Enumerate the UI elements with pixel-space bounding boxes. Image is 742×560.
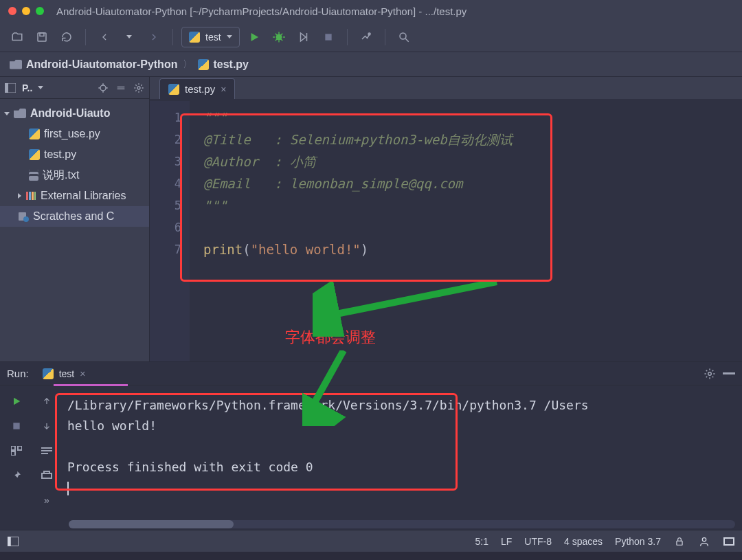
- tree-file[interactable]: first_use.py: [0, 124, 149, 144]
- svg-point-9: [137, 87, 140, 89]
- lock-icon[interactable]: [673, 535, 686, 548]
- python-icon: [198, 59, 209, 70]
- editor-tab[interactable]: test.py ×: [159, 78, 235, 99]
- svg-rect-10: [26, 192, 28, 200]
- svg-point-15: [23, 216, 29, 222]
- scroll-up-icon[interactable]: [39, 394, 54, 409]
- breadcrumb-file[interactable]: test.py: [198, 58, 249, 71]
- settings-button[interactable]: [356, 27, 376, 47]
- soft-wrap-icon[interactable]: [39, 443, 54, 458]
- toolbar-separator: [347, 29, 348, 45]
- status-indent[interactable]: 4 spaces: [564, 536, 603, 547]
- stop-button[interactable]: [9, 418, 24, 434]
- search-everywhere-button[interactable]: [394, 27, 414, 47]
- nav-back-button[interactable]: [94, 27, 115, 47]
- code-token: 小简: [290, 154, 316, 169]
- project-tree: Android-Uiauto first_use.py test.py 说明.t…: [0, 99, 149, 231]
- gear-icon[interactable]: [704, 368, 716, 380]
- inspector-icon[interactable]: [698, 535, 710, 548]
- svg-rect-12: [32, 192, 34, 200]
- rerun-button[interactable]: [9, 394, 24, 409]
- coverage-button[interactable]: [293, 27, 314, 47]
- window-controls: [8, 7, 44, 15]
- status-interpreter[interactable]: Python 3.7: [615, 536, 661, 547]
- console-line: /Library/Frameworks/Python.framework/Ver…: [67, 395, 735, 416]
- collapse-icon[interactable]: [115, 82, 127, 94]
- breadcrumb-file-label: test.py: [213, 58, 249, 71]
- line-number: 4: [150, 172, 190, 194]
- tree-scratches-label: Scratches and C: [33, 210, 114, 223]
- scrollbar-thumb[interactable]: [69, 520, 234, 528]
- close-window-icon[interactable]: [8, 7, 16, 15]
- stop-button[interactable]: [318, 27, 339, 47]
- code-area[interactable]: """ @Title : Selenium+python3-web自动化测试 @…: [190, 101, 742, 361]
- library-icon: [25, 190, 36, 201]
- line-number: 3: [150, 150, 190, 172]
- memory-icon[interactable]: [723, 535, 735, 548]
- status-encoding[interactable]: UTF-8: [524, 536, 552, 547]
- chevron-down-icon[interactable]: [38, 86, 43, 89]
- status-caret-pos[interactable]: 5:1: [475, 536, 488, 547]
- gear-icon[interactable]: [133, 82, 145, 94]
- tree-file[interactable]: 说明.txt: [0, 165, 149, 186]
- tree-external-label: External Libraries: [41, 190, 126, 202]
- window-title: Android-Uiautomator-Python [~/PycharmPro…: [56, 5, 466, 17]
- svg-rect-1: [40, 33, 44, 36]
- tool-windows-icon[interactable]: [7, 535, 19, 548]
- folder-icon: [14, 109, 26, 118]
- status-line-sep[interactable]: LF: [501, 536, 512, 547]
- locate-icon[interactable]: [97, 82, 109, 94]
- svg-rect-26: [677, 541, 682, 545]
- code-token: """: [203, 198, 227, 213]
- tree-scratches[interactable]: Scratches and C: [0, 206, 149, 227]
- open-button[interactable]: [7, 27, 27, 47]
- more-icon[interactable]: »: [39, 493, 54, 508]
- tree-external-libraries[interactable]: External Libraries: [0, 186, 149, 206]
- code-token: print: [203, 242, 243, 257]
- nav-forward-button[interactable]: [144, 27, 164, 47]
- maximize-window-icon[interactable]: [36, 7, 44, 15]
- console-output[interactable]: /Library/Frameworks/Python.framework/Ver…: [60, 385, 742, 520]
- horizontal-scrollbar[interactable]: [69, 520, 735, 528]
- run-tab[interactable]: test ×: [36, 364, 93, 383]
- line-number: 6: [150, 216, 190, 238]
- minimize-window-icon[interactable]: [22, 7, 30, 15]
- save-all-button[interactable]: [32, 27, 52, 47]
- svg-rect-22: [42, 473, 52, 478]
- code-token: Selenium+python3-web自动化测试: [290, 132, 513, 147]
- tree-file[interactable]: test.py: [0, 144, 149, 165]
- hide-icon[interactable]: [723, 368, 735, 380]
- code-token: @Author :: [203, 154, 290, 169]
- breadcrumb-separator: 〉: [183, 58, 192, 71]
- line-gutter[interactable]: 1 2 3 4 5 6 7: [150, 101, 190, 361]
- svg-rect-3: [325, 34, 331, 40]
- breadcrumb-root[interactable]: Android-Uiautomator-Python: [10, 58, 177, 71]
- layout-button[interactable]: [9, 443, 24, 458]
- run-button[interactable]: [244, 27, 265, 47]
- svg-rect-11: [29, 192, 31, 200]
- editor-tabs: test.py ×: [150, 77, 742, 99]
- print-icon[interactable]: [39, 468, 54, 483]
- project-view-icon[interactable]: [4, 82, 16, 94]
- code-token: @Email :: [203, 176, 290, 191]
- run-tab-label: test: [59, 368, 75, 379]
- debug-button[interactable]: [269, 27, 289, 47]
- svg-rect-17: [723, 372, 735, 374]
- run-config-select[interactable]: test: [181, 27, 240, 47]
- svg-rect-18: [13, 423, 19, 429]
- breadcrumb: Android-Uiautomator-Python 〉 test.py: [0, 52, 742, 77]
- statusbar: 5:1 LF UTF-8 4 spaces Python 3.7: [0, 530, 742, 552]
- line-number: 1: [150, 107, 190, 128]
- tree-file-label: test.py: [44, 148, 76, 161]
- python-icon: [189, 32, 200, 43]
- nav-back-dropdown[interactable]: [119, 27, 139, 47]
- pin-button[interactable]: [9, 468, 24, 483]
- scroll-down-icon[interactable]: [39, 418, 54, 434]
- close-tab-icon[interactable]: ×: [221, 84, 226, 95]
- svg-rect-23: [44, 471, 49, 473]
- run-title: Run:: [7, 368, 29, 379]
- close-tab-icon[interactable]: ×: [80, 368, 85, 379]
- code-token: lemonban_simple@qq.com: [290, 176, 463, 191]
- tree-root[interactable]: Android-Uiauto: [0, 103, 149, 124]
- refresh-button[interactable]: [56, 27, 77, 47]
